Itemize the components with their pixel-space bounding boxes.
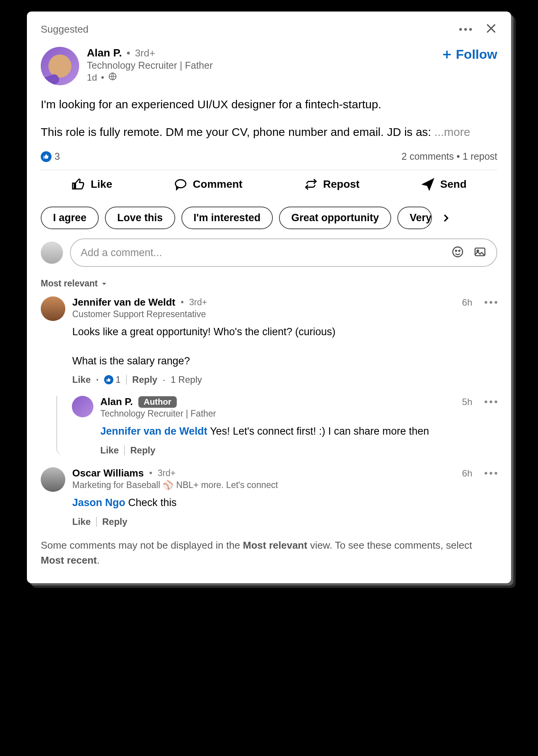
comment-text: Looks like a great opportunity! Who's th… xyxy=(72,325,497,368)
commenter-headline: Marketing for Baseball ⚾ NBL+ more. Let'… xyxy=(72,480,497,490)
comment-more-icon[interactable] xyxy=(485,301,497,304)
svg-point-4 xyxy=(459,250,460,251)
globe-icon xyxy=(108,72,117,83)
reply-count[interactable]: 1 Reply xyxy=(171,374,202,385)
reply-avatar[interactable] xyxy=(72,396,93,417)
reply-like-button[interactable]: Like xyxy=(100,445,119,456)
reply-author-name[interactable]: Alan P. xyxy=(100,396,133,408)
commenter-avatar[interactable] xyxy=(41,296,65,321)
reply-time: 5h xyxy=(462,397,472,407)
author-name[interactable]: Alan P. xyxy=(87,47,122,59)
post-header: Alan P. • 3rd+ Technology Recruiter | Fa… xyxy=(41,47,497,85)
reply-comment: Alan P. Author 5h Technology Recruiter |… xyxy=(72,396,497,456)
commenter-avatar[interactable] xyxy=(41,467,65,492)
commenter-name[interactable]: Jennifer van de Weldt xyxy=(72,296,175,308)
reply-more-icon[interactable] xyxy=(485,400,497,403)
comment-text: Jason Ngo Check this xyxy=(72,496,497,510)
self-avatar[interactable] xyxy=(41,242,63,264)
comment-like-button[interactable]: Like xyxy=(72,516,91,527)
comment-time: 6h xyxy=(462,297,472,308)
comment-reply-button[interactable]: Reply xyxy=(132,374,157,385)
repost-button[interactable]: Repost xyxy=(304,177,360,191)
follow-button[interactable]: Follow xyxy=(441,47,497,62)
post-body: I'm looking for an experienced UI/UX des… xyxy=(41,96,497,140)
emoji-icon[interactable] xyxy=(451,245,464,260)
reply-reply-button[interactable]: Reply xyxy=(130,445,155,456)
like-reaction-icon xyxy=(104,375,113,384)
svg-point-2 xyxy=(453,247,463,257)
chip-i-agree[interactable]: I agree xyxy=(41,207,99,229)
comments-count[interactable]: 2 comments xyxy=(402,151,454,162)
comment-like-count[interactable]: 1 xyxy=(104,374,121,385)
comment-like-button[interactable]: Like xyxy=(72,374,91,385)
suggestion-chips: I agree Love this I'm interested Great o… xyxy=(41,207,497,229)
commenter-name[interactable]: Oscar Williams xyxy=(72,467,144,479)
send-button[interactable]: Send xyxy=(421,177,467,191)
chip-love-this[interactable]: Love this xyxy=(105,207,175,229)
chevron-down-icon xyxy=(101,280,108,287)
top-bar: Suggested xyxy=(41,22,497,36)
connection-degree: 3rd+ xyxy=(135,47,155,59)
close-icon[interactable] xyxy=(485,22,497,36)
comment-reply-button[interactable]: Reply xyxy=(102,516,127,527)
author-badge: Author xyxy=(138,396,177,408)
commenter-degree: 3rd+ xyxy=(189,297,207,308)
more-options-icon[interactable] xyxy=(459,28,472,31)
reply-thread: Alan P. Author 5h Technology Recruiter |… xyxy=(56,396,497,456)
mention-link[interactable]: Jennifer van de Weldt xyxy=(100,425,208,437)
comment-input-row: Add a comment... xyxy=(41,238,497,267)
suggested-label: Suggested xyxy=(41,23,88,35)
see-more-link[interactable]: ...more xyxy=(434,126,470,138)
commenter-degree: 3rd+ xyxy=(158,468,176,478)
actions-bar: Like Comment Repost Send xyxy=(41,170,497,199)
like-reaction-icon xyxy=(41,151,51,162)
footer-note: Some comments may not be displayed in th… xyxy=(41,538,497,568)
reposts-count[interactable]: 1 repost xyxy=(463,151,497,162)
sort-dropdown[interactable]: Most relevant xyxy=(41,278,497,289)
reactions-count[interactable]: 3 xyxy=(41,151,60,162)
svg-point-1 xyxy=(175,180,186,188)
chip-partial[interactable]: Very xyxy=(397,207,432,229)
author-avatar[interactable] xyxy=(41,47,79,85)
post-time: 1d xyxy=(87,72,97,83)
comment-time: 6h xyxy=(462,468,472,479)
chip-interested[interactable]: I'm interested xyxy=(181,207,273,229)
reply-author-headline: Technology Recruiter | Father xyxy=(100,409,497,419)
mention-link[interactable]: Jason Ngo xyxy=(72,497,125,508)
post-card: Suggested Alan P. • 3rd+ Technology Recr… xyxy=(27,12,511,583)
chips-scroll-right[interactable] xyxy=(438,213,453,223)
comment: Oscar Williams • 3rd+ 6h Marketing for B… xyxy=(41,467,497,527)
chip-great-opportunity[interactable]: Great opportunity xyxy=(279,207,391,229)
image-icon[interactable] xyxy=(473,245,487,260)
like-button[interactable]: Like xyxy=(71,177,112,191)
comment-more-icon[interactable] xyxy=(485,472,497,475)
comment-input[interactable]: Add a comment... xyxy=(70,238,497,267)
comment-button[interactable]: Comment xyxy=(174,177,242,191)
commenter-headline: Customer Support Representative xyxy=(72,309,497,319)
author-headline: Technology Recruiter | Father xyxy=(87,60,441,71)
reply-text: Jennifer van de Weldt Yes! Let's connect… xyxy=(100,424,497,439)
comment: Jennifer van de Weldt • 3rd+ 6h Customer… xyxy=(41,296,497,385)
reactions-row: 3 2 comments • 1 repost xyxy=(41,151,497,162)
svg-point-3 xyxy=(455,250,457,251)
